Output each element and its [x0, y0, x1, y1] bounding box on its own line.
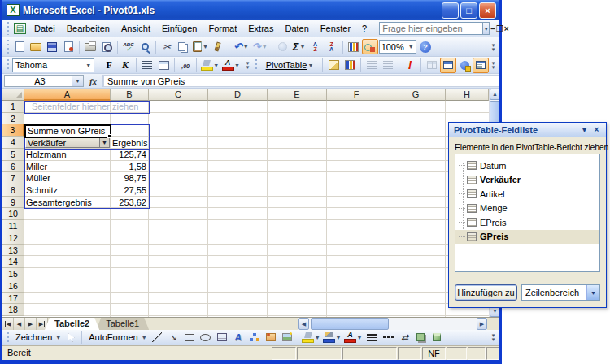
cell-b3[interactable] [111, 124, 150, 137]
formula-input[interactable]: Summe von GPreis [103, 75, 499, 87]
show-detail-icon[interactable] [380, 58, 396, 73]
sort-descending-icon[interactable]: ZA [324, 39, 340, 54]
cell-b8[interactable]: 27,55 [111, 184, 149, 196]
print-icon[interactable] [82, 39, 98, 54]
field-item-epreis[interactable]: EPreis [455, 215, 599, 230]
question-input[interactable] [379, 22, 483, 35]
column-header-f[interactable]: F [327, 89, 386, 101]
oval-icon[interactable] [198, 330, 214, 345]
clip-art-icon[interactable] [263, 330, 279, 345]
font-name-combo[interactable]: Tahoma▼ [12, 58, 94, 72]
zeichnen-menu[interactable]: Zeichnen▼ [11, 330, 63, 345]
menu-hilfe[interactable]: ? [356, 22, 373, 35]
column-header-c[interactable]: C [149, 89, 208, 101]
doc-minimize-button[interactable]: – [490, 24, 495, 33]
refresh-data-icon[interactable] [402, 58, 418, 73]
toolbar-grip[interactable] [254, 59, 258, 71]
select-all-corner[interactable] [2, 89, 24, 101]
font-color-icon[interactable]: ▼ [343, 330, 364, 345]
cell-b6[interactable]: 1,58 [111, 161, 149, 172]
toolbar-options-icon[interactable]: ▾▾ [489, 58, 498, 72]
line-color-icon[interactable]: ▼ [322, 330, 343, 345]
cell-a7[interactable]: Müller [26, 172, 110, 184]
toolbar-grip[interactable] [6, 22, 10, 35]
title-bar[interactable]: X Microsoft Excel - Pivot01.xls _ □ × [2, 0, 499, 20]
maximize-button[interactable]: □ [460, 2, 477, 19]
shadow-style-icon[interactable] [412, 330, 429, 345]
spelling-icon[interactable] [120, 39, 137, 54]
drawing-icon[interactable] [362, 39, 378, 54]
tab-tabelle1[interactable]: Tabelle1 [96, 318, 149, 330]
menu-bearbeiten[interactable]: Bearbeiten [61, 22, 115, 35]
italic-icon[interactable]: K [117, 58, 133, 73]
tab-tabelle2[interactable]: Tabelle2 [45, 318, 99, 330]
toolbar-options-icon[interactable]: ▾▾ [489, 38, 498, 55]
toolbar-options-icon[interactable]: ▾▾ [489, 331, 498, 344]
cell-b5[interactable]: 125,74 [111, 149, 149, 160]
row-header[interactable]: 3 [2, 124, 24, 136]
column-header-a[interactable]: A [24, 89, 111, 101]
field-item-menge[interactable]: Menge [455, 202, 599, 216]
autoformen-menu[interactable]: AutoFormen▼ [85, 330, 148, 345]
menu-datei[interactable]: Datei [28, 22, 61, 35]
help-icon[interactable]: ? [417, 39, 434, 54]
area-combo[interactable]: Zeilenbereich ▼ [521, 284, 600, 301]
cell-a1[interactable]: Seitenfelder hierher ziehen [24, 101, 150, 113]
combo-dropdown-icon[interactable]: ▼ [586, 285, 599, 300]
close-button[interactable]: × [479, 2, 496, 19]
sort-ascending-icon[interactable]: AZ [307, 39, 324, 54]
open-icon[interactable] [28, 39, 44, 54]
row-header[interactable]: 1 [2, 101, 24, 113]
scroll-up-icon[interactable]: ▲ [490, 89, 499, 100]
field-settings-icon[interactable] [456, 58, 473, 73]
next-sheet-icon[interactable]: ▶ [25, 318, 37, 330]
cells-area[interactable]: Seitenfelder hierher ziehen Summe von GP… [24, 101, 499, 317]
column-header-e[interactable]: E [268, 89, 327, 101]
picture-icon[interactable] [279, 330, 295, 345]
cell-a5[interactable]: Holzmann [26, 149, 110, 160]
horizontal-scrollbar[interactable]: ◀ ▶ [298, 318, 487, 330]
column-header-b[interactable]: B [111, 89, 149, 101]
cut-icon[interactable] [159, 39, 175, 54]
menu-format[interactable]: Format [203, 22, 242, 35]
row-header[interactable]: 11 [2, 220, 24, 232]
3d-style-icon[interactable] [429, 330, 445, 345]
cell-b4[interactable]: Ergebnis [112, 137, 149, 149]
select-objects-icon[interactable] [63, 330, 79, 345]
insert-function-icon[interactable]: fx [84, 75, 103, 87]
zoom-combo[interactable]: 100%▼ [379, 40, 416, 54]
toolbar-grip[interactable] [6, 40, 10, 54]
format-report-icon[interactable] [325, 58, 342, 73]
include-hidden-items-icon[interactable] [424, 58, 440, 73]
horizontal-scroll-thumb[interactable] [311, 318, 389, 330]
column-header-h[interactable]: H [446, 89, 489, 101]
line-icon[interactable] [149, 330, 165, 345]
cell-a9[interactable]: Gesamtergebnis [26, 197, 110, 208]
column-header-g[interactable]: G [386, 89, 446, 101]
doc-close-button[interactable]: × [504, 24, 509, 33]
permission-icon[interactable] [60, 39, 76, 54]
row-header[interactable]: 12 [2, 232, 24, 245]
field-item-artikel[interactable]: Artikel [455, 187, 599, 202]
wordart-icon[interactable] [230, 330, 246, 345]
new-document-icon[interactable] [11, 39, 28, 54]
row-header[interactable]: 8 [2, 184, 24, 197]
cell-b7[interactable]: 98,75 [111, 172, 149, 184]
paste-icon[interactable]: ▼ [191, 39, 210, 54]
always-display-items-icon[interactable] [440, 58, 456, 73]
redo-icon[interactable]: ▼ [251, 39, 269, 54]
cell-a3-selected[interactable]: Summe von GPreis [24, 124, 111, 138]
cell-b9[interactable]: 253,62 [111, 197, 149, 208]
row-header[interactable]: 17 [2, 292, 24, 305]
chart-wizard-icon[interactable] [346, 39, 362, 54]
toolbar-grip[interactable] [6, 59, 10, 71]
arrow-icon[interactable] [165, 330, 181, 345]
show-field-list-icon[interactable] [473, 58, 489, 73]
font-color-icon[interactable]: ▼ [220, 58, 242, 73]
menu-extras[interactable]: Extras [242, 22, 279, 35]
field-item-gpreis[interactable]: GPreis [455, 230, 599, 245]
dash-style-icon[interactable] [380, 330, 396, 345]
scroll-right-icon[interactable]: ▶ [477, 318, 487, 330]
prev-sheet-icon[interactable]: ◀ [14, 318, 25, 330]
panel-close-icon[interactable]: × [590, 125, 603, 134]
